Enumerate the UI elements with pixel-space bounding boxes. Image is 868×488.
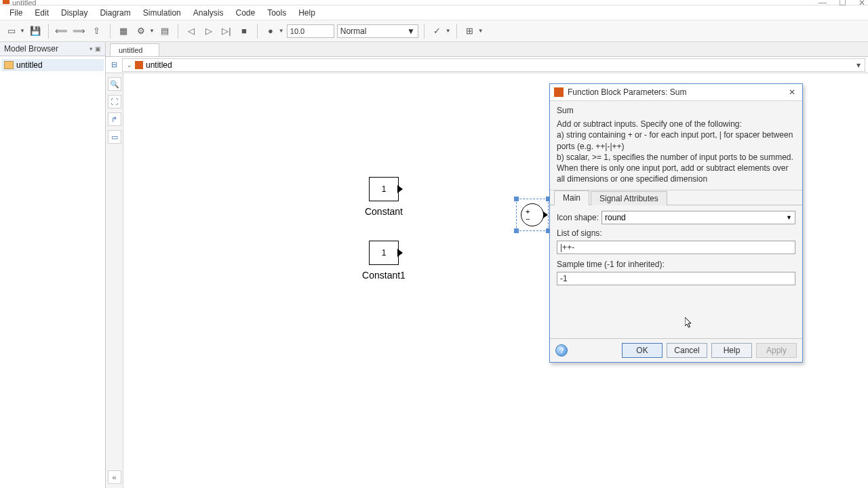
tab-main[interactable]: Main bbox=[554, 190, 589, 205]
dialog-close-button[interactable]: ✕ bbox=[786, 87, 798, 98]
toolbar: ▭▼ 💾 ⟸ ⟹ ⇧ ▦ ⚙▼ ▤ ◁ ▷ ▷| ■ ●▼ Normal▼ ✓▼… bbox=[0, 20, 868, 42]
icon-shape-select[interactable]: round▼ bbox=[601, 211, 795, 224]
menubar: File Edit Display Diagram Simulation Ana… bbox=[0, 5, 868, 20]
model-explorer-button[interactable]: ▤ bbox=[157, 24, 172, 39]
list-of-signs-input[interactable] bbox=[557, 241, 795, 254]
apply-button[interactable]: Apply bbox=[756, 343, 797, 358]
block-label[interactable]: Constant bbox=[350, 206, 418, 217]
dialog-titlebar[interactable]: Function Block Parameters: Sum ✕ bbox=[550, 84, 802, 101]
chevron-down-icon: ⌄ bbox=[127, 62, 132, 68]
block-value: 1 bbox=[382, 248, 387, 258]
dialog-icon bbox=[554, 87, 564, 97]
stop-button[interactable]: ■ bbox=[237, 24, 252, 39]
separator bbox=[424, 24, 425, 39]
select-value: round bbox=[605, 213, 626, 222]
model-browser-title: Model Browser bbox=[4, 44, 58, 54]
panel-handle-icon[interactable]: ▾ ▣ bbox=[90, 45, 101, 52]
model-browser-tree: untitled bbox=[0, 56, 105, 488]
document-tab[interactable]: untitled bbox=[110, 43, 159, 56]
menu-analysis[interactable]: Analysis bbox=[188, 6, 229, 20]
block-parameters-dialog: Function Block Parameters: Sum ✕ Sum Add… bbox=[549, 83, 803, 363]
collapse-toolbar-button[interactable]: « bbox=[108, 470, 121, 484]
menu-tools[interactable]: Tools bbox=[262, 6, 292, 20]
titlebar: untitled — ☐ ✕ bbox=[0, 0, 868, 5]
window-title: untitled bbox=[3, 0, 36, 7]
help-icon[interactable]: ? bbox=[555, 344, 568, 357]
block-value: 1 bbox=[382, 184, 387, 194]
help-button[interactable]: Help bbox=[711, 343, 752, 358]
breadcrumb-bar: ⊟ ⌄ untitled ▾ bbox=[106, 57, 868, 73]
autoarrange-button[interactable]: ↱ bbox=[108, 113, 121, 126]
menu-simulation[interactable]: Simulation bbox=[138, 6, 186, 20]
model-canvas[interactable]: 1 Constant 1 Constant1 + − bbox=[123, 73, 868, 488]
dialog-description: Sum Add or subtract inputs. Specify one … bbox=[550, 101, 802, 190]
sum-block[interactable]: + − bbox=[521, 203, 544, 226]
separator bbox=[456, 24, 457, 39]
output-port-icon[interactable] bbox=[397, 249, 403, 257]
menu-diagram[interactable]: Diagram bbox=[94, 6, 136, 20]
menu-help[interactable]: Help bbox=[293, 6, 321, 20]
constant-block[interactable]: 1 bbox=[369, 177, 399, 201]
annotation-button[interactable]: ▭ bbox=[108, 130, 121, 144]
separator bbox=[257, 24, 258, 39]
dialog-tabs: Main Signal Attributes bbox=[550, 190, 802, 205]
cancel-button[interactable]: Cancel bbox=[667, 343, 707, 358]
menu-edit[interactable]: Edit bbox=[29, 6, 54, 20]
build-button[interactable]: ⊞▼ bbox=[462, 24, 484, 39]
desc-line: Add or subtract inputs. Specify one of t… bbox=[557, 119, 795, 129]
sum-sign-icon: − bbox=[526, 215, 530, 223]
separator bbox=[48, 24, 49, 39]
simulation-mode-select[interactable]: Normal▼ bbox=[337, 24, 418, 38]
ok-button[interactable]: OK bbox=[622, 343, 663, 358]
zoom-button[interactable]: 🔍 bbox=[108, 77, 121, 91]
output-port-icon[interactable] bbox=[543, 211, 548, 218]
dialog-title: Function Block Parameters: Sum bbox=[568, 87, 782, 97]
document-tabstrip: untitled bbox=[106, 42, 868, 57]
block-label[interactable]: Constant1 bbox=[350, 270, 418, 281]
back-button[interactable]: ⟸ bbox=[54, 24, 69, 39]
resize-handle[interactable] bbox=[514, 197, 519, 201]
desc-line: b) scalar, >= 1, specifies the number of… bbox=[557, 152, 795, 163]
save-button[interactable]: 💾 bbox=[28, 24, 43, 39]
constant1-block[interactable]: 1 bbox=[369, 241, 399, 265]
menu-file[interactable]: File bbox=[4, 6, 28, 20]
separator bbox=[110, 24, 111, 39]
model-browser-header[interactable]: Model Browser ▾ ▣ bbox=[0, 42, 105, 56]
sample-time-input[interactable] bbox=[557, 272, 795, 285]
menu-code[interactable]: Code bbox=[230, 6, 260, 20]
close-button[interactable]: ✕ bbox=[859, 0, 865, 7]
model-icon bbox=[135, 61, 143, 69]
step-back-button[interactable]: ◁ bbox=[184, 24, 199, 39]
record-button[interactable]: ●▼ bbox=[263, 24, 284, 39]
canvas-side-toolbar: 🔍 ⛶ ↱ ▭ « bbox=[106, 73, 123, 488]
step-forward-button[interactable]: ▷| bbox=[219, 24, 234, 39]
hide-browser-button[interactable]: ⊟ bbox=[108, 60, 119, 70]
library-browser-button[interactable]: ▦ bbox=[116, 24, 131, 39]
resize-handle[interactable] bbox=[514, 228, 519, 233]
maximize-button[interactable]: ☐ bbox=[839, 0, 846, 7]
desc-line: a) string containing + or - for each inp… bbox=[557, 129, 795, 151]
forward-button[interactable]: ⟹ bbox=[72, 24, 87, 39]
dialog-footer: ? OK Cancel Help Apply bbox=[550, 338, 802, 362]
tab-signal-attributes[interactable]: Signal Attributes bbox=[591, 191, 667, 205]
breadcrumb-root: untitled bbox=[146, 60, 172, 70]
list-of-signs-label: List of signs: bbox=[557, 228, 795, 238]
menu-display[interactable]: Display bbox=[56, 6, 93, 20]
fast-restart-button[interactable]: ✓▼ bbox=[430, 24, 451, 39]
window-controls: — ☐ ✕ bbox=[818, 0, 865, 7]
new-model-button[interactable]: ▭▼ bbox=[4, 24, 25, 39]
sample-time-label: Sample time (-1 for inherited): bbox=[557, 260, 795, 269]
model-browser-panel: Model Browser ▾ ▣ untitled bbox=[0, 42, 106, 488]
breadcrumb-path[interactable]: ⌄ untitled ▾ bbox=[122, 58, 865, 72]
breadcrumb-menu-icon[interactable]: ▾ bbox=[856, 60, 861, 70]
dialog-body: Icon shape: round▼ List of signs: Sample… bbox=[550, 205, 802, 338]
fit-button[interactable]: ⛶ bbox=[108, 95, 121, 108]
run-button[interactable]: ▷ bbox=[201, 24, 216, 39]
up-button[interactable]: ⇧ bbox=[90, 24, 104, 39]
output-port-icon[interactable] bbox=[397, 185, 403, 193]
config-button[interactable]: ⚙▼ bbox=[134, 24, 155, 39]
separator bbox=[178, 24, 178, 39]
tree-item-root[interactable]: untitled bbox=[1, 59, 104, 71]
minimize-button[interactable]: — bbox=[818, 0, 827, 7]
stop-time-field[interactable] bbox=[287, 24, 334, 38]
